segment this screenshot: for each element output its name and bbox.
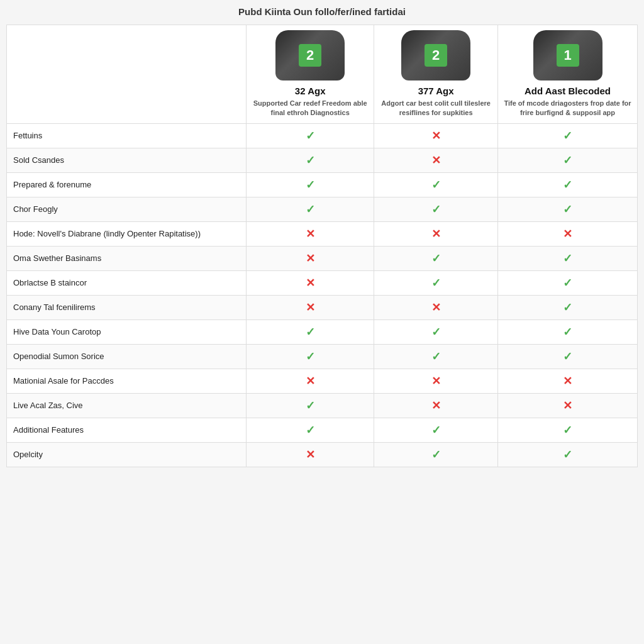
check-icon: ✓ <box>374 442 498 467</box>
check-icon: ✓ <box>498 319 638 344</box>
cross-icon: ✕ <box>247 295 374 319</box>
feature-label: Fettuins <box>7 123 247 148</box>
check-icon: ✓ <box>374 197 498 221</box>
check-icon: ✓ <box>247 393 374 418</box>
check-icon: ✓ <box>247 172 374 197</box>
cross-icon: ✕ <box>498 221 638 246</box>
cross-icon: ✕ <box>374 148 498 172</box>
check-icon: ✓ <box>498 172 638 197</box>
feature-label: Conany Tal fcenilirems <box>7 295 247 319</box>
check-icon: ✓ <box>374 344 498 369</box>
feature-label: Chor Feogly <box>7 197 247 221</box>
table-row: Fettuins✓✕✓ <box>7 123 638 148</box>
feature-label: Obrlactse B staincor <box>7 270 247 295</box>
table-row: Sold Csandes✓✕✓ <box>7 148 638 172</box>
table-row: Conany Tal fcenilirems✕✕✓ <box>7 295 638 319</box>
check-icon: ✓ <box>498 270 638 295</box>
check-icon: ✓ <box>498 344 638 369</box>
table-row: Chor Feogly✓✓✓ <box>7 197 638 221</box>
page-title: Pubd Kiinta Oun follo/fer/ined fartidai <box>6 6 638 17</box>
car-badge-2: 2 <box>425 44 447 67</box>
check-icon: ✓ <box>374 270 498 295</box>
table-row: Oma Swether Basinams✕✓✓ <box>7 246 638 270</box>
check-icon: ✓ <box>374 172 498 197</box>
check-icon: ✓ <box>247 344 374 369</box>
car-image-2: 2 <box>401 30 470 80</box>
car-badge-3: 1 <box>557 44 579 67</box>
feature-label: Additional Features <box>7 418 247 442</box>
feature-label: Oma Swether Basinams <box>7 246 247 270</box>
comparison-table: 2 32 Agx Supported Car redef Freedom abl… <box>6 25 638 467</box>
check-icon: ✓ <box>247 319 374 344</box>
cross-icon: ✕ <box>374 369 498 393</box>
feature-label: Openodial Sumon Sorice <box>7 344 247 369</box>
table-row: Hive Data Youn Carotop✓✓✓ <box>7 319 638 344</box>
car-image-1: 2 <box>275 30 345 80</box>
check-icon: ✓ <box>247 418 374 442</box>
cross-icon: ✕ <box>247 221 374 246</box>
check-icon: ✓ <box>498 197 638 221</box>
feature-label: Hive Data Youn Carotop <box>7 319 247 344</box>
cross-icon: ✕ <box>247 246 374 270</box>
feature-label: Hode: Novell's Diabrane (lindly Openter … <box>7 221 247 246</box>
table-row: Live Acal Zas, Cive✓✕✕ <box>7 393 638 418</box>
feature-column-header <box>7 25 247 124</box>
table-row: Openodial Sumon Sorice✓✓✓ <box>7 344 638 369</box>
product-desc-3: Tife of mcode driagosters frop date for … <box>502 99 633 118</box>
cross-icon: ✕ <box>498 369 638 393</box>
check-icon: ✓ <box>498 295 638 319</box>
feature-label: Live Acal Zas, Cive <box>7 393 247 418</box>
check-icon: ✓ <box>498 442 638 467</box>
product-name-1: 32 Agx <box>250 86 370 96</box>
product-header-1: 2 32 Agx Supported Car redef Freedom abl… <box>247 25 374 124</box>
feature-label: Mationial Asale for Paccdes <box>7 369 247 393</box>
table-row: Mationial Asale for Paccdes✕✕✕ <box>7 369 638 393</box>
table-row: Opelcity✕✓✓ <box>7 442 638 467</box>
cross-icon: ✕ <box>498 393 638 418</box>
cross-icon: ✕ <box>247 270 374 295</box>
table-row: Hode: Novell's Diabrane (lindly Openter … <box>7 221 638 246</box>
cross-icon: ✕ <box>247 369 374 393</box>
check-icon: ✓ <box>498 148 638 172</box>
check-icon: ✓ <box>374 246 498 270</box>
check-icon: ✓ <box>498 246 638 270</box>
cross-icon: ✕ <box>374 123 498 148</box>
check-icon: ✓ <box>374 319 498 344</box>
feature-label: Sold Csandes <box>7 148 247 172</box>
car-badge-1: 2 <box>299 44 321 67</box>
table-row: Additional Features✓✓✓ <box>7 418 638 442</box>
check-icon: ✓ <box>247 148 374 172</box>
product-name-2: 377 Agx <box>378 86 494 96</box>
cross-icon: ✕ <box>374 295 498 319</box>
table-row: Prepared & forenume✓✓✓ <box>7 172 638 197</box>
check-icon: ✓ <box>247 197 374 221</box>
check-icon: ✓ <box>498 123 638 148</box>
product-desc-2: Adgort car best colit cull tileslere res… <box>378 99 494 118</box>
feature-label: Prepared & forenume <box>7 172 247 197</box>
product-header-3: 1 Add Aast Blecoded Tife of mcode driago… <box>498 25 638 124</box>
check-icon: ✓ <box>374 418 498 442</box>
cross-icon: ✕ <box>374 393 498 418</box>
cross-icon: ✕ <box>374 221 498 246</box>
check-icon: ✓ <box>498 418 638 442</box>
product-desc-1: Supported Car redef Freedom able final e… <box>250 99 370 118</box>
product-name-3: Add Aast Blecoded <box>502 86 633 96</box>
check-icon: ✓ <box>247 123 374 148</box>
product-header-2: 2 377 Agx Adgort car best colit cull til… <box>374 25 498 124</box>
car-image-3: 1 <box>533 30 602 80</box>
cross-icon: ✕ <box>247 442 374 467</box>
table-row: Obrlactse B staincor✕✓✓ <box>7 270 638 295</box>
feature-label: Opelcity <box>7 442 247 467</box>
